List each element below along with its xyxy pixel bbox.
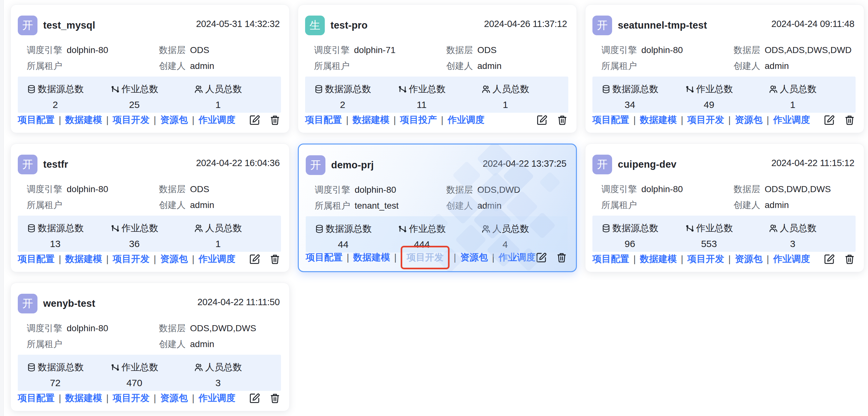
trash-icon[interactable]: [269, 253, 281, 265]
action-link[interactable]: 数据建模: [353, 114, 390, 126]
database-icon: [601, 224, 611, 233]
created-timestamp: 2024-05-31 14:32:32: [196, 19, 280, 29]
action-link[interactable]: 项目配置: [18, 253, 55, 265]
action-link[interactable]: 数据建模: [640, 114, 677, 126]
action-link[interactable]: 作业调度: [198, 392, 235, 405]
action-bar: 项目配置|数据建模|项目开发|资源包|作业调度: [592, 253, 856, 265]
action-link[interactable]: 作业调度: [198, 114, 235, 126]
action-link[interactable]: 数据建模: [640, 253, 677, 265]
action-separator: |: [59, 254, 61, 265]
action-link[interactable]: 项目配置: [18, 114, 55, 126]
field-value-engine: dolphin-80: [641, 45, 683, 55]
edit-icon[interactable]: [536, 114, 548, 126]
field-value-data-layer: ODS: [190, 184, 210, 194]
field-label-engine: 调度引擎: [27, 184, 62, 194]
project-card[interactable]: 生 test-pro 2024-04-26 11:37:12 调度引擎dolph…: [298, 4, 577, 133]
stat-jobs: 作业总数 36: [111, 222, 194, 249]
created-timestamp: 2024-04-24 09:11:48: [772, 19, 854, 29]
project-name: cuipeng-dev: [618, 159, 677, 170]
edit-icon[interactable]: [249, 114, 261, 126]
project-card[interactable]: 开 wenyb-test 2024-04-22 11:11:50 调度引擎dol…: [10, 283, 289, 411]
stat-members: 人员总数 1: [769, 83, 852, 110]
stat-value-datasource: 72: [27, 378, 84, 388]
field-label-data-layer: 数据层: [446, 45, 473, 55]
action-link[interactable]: 资源包: [460, 251, 488, 264]
action-link[interactable]: 项目投产: [400, 114, 437, 126]
action-link[interactable]: 资源包: [735, 253, 763, 265]
field-data-layer: 数据层ODS,ADS,DWS,DWD: [734, 46, 856, 55]
stat-value-jobs: 553: [685, 238, 733, 249]
trash-icon[interactable]: [843, 114, 856, 126]
trash-icon[interactable]: [843, 253, 856, 265]
action-link[interactable]: 作业调度: [448, 114, 485, 126]
field-value-tenant: tenant_test: [354, 201, 399, 211]
action-separator: |: [454, 252, 456, 263]
action-link[interactable]: 资源包: [735, 114, 763, 126]
action-link[interactable]: 项目配置: [592, 253, 629, 265]
field-label-tenant: 所属租户: [315, 201, 350, 211]
field-value-engine: dolphin-80: [67, 184, 108, 194]
project-info: 调度引擎dolphin-80 数据层ODS,ADS,DWS,DWD 所属租户 创…: [592, 46, 856, 71]
trash-icon[interactable]: [556, 251, 568, 264]
field-value-creator: admin: [190, 61, 214, 71]
action-link[interactable]: 项目配置: [18, 392, 55, 405]
project-name: test-pro: [331, 20, 368, 31]
action-link[interactable]: 数据建模: [65, 253, 102, 265]
action-link[interactable]: 数据建模: [65, 392, 102, 405]
content-left-edge: [0, 0, 4, 416]
stat-members: 人员总数 1: [194, 83, 278, 110]
action-link[interactable]: 作业调度: [773, 114, 810, 126]
action-link[interactable]: 项目开发: [113, 392, 150, 405]
edit-icon[interactable]: [823, 253, 835, 265]
action-link[interactable]: 资源包: [160, 253, 188, 265]
trash-icon[interactable]: [556, 114, 568, 126]
edit-icon[interactable]: [823, 114, 835, 126]
edit-icon[interactable]: [535, 251, 547, 264]
edit-icon[interactable]: [249, 253, 261, 265]
project-card[interactable]: 开 demo-prj 2024-04-22 13:37:25 调度引擎dolph…: [298, 144, 577, 272]
action-separator: |: [59, 393, 61, 404]
action-link[interactable]: 作业调度: [773, 253, 810, 265]
action-link[interactable]: 资源包: [160, 114, 188, 126]
action-link[interactable]: 作业调度: [498, 251, 535, 264]
stat-value-datasource: 2: [27, 99, 84, 110]
action-separator: |: [441, 115, 443, 125]
field-value-data-layer: ODS,ADS,DWS,DWD: [765, 45, 852, 55]
trash-icon[interactable]: [269, 392, 281, 404]
stats-panel: 数据源总数 2 作业总数 25: [18, 77, 281, 113]
field-label-creator: 创建人: [159, 61, 186, 71]
created-timestamp: 2024-04-22 11:15:12: [772, 158, 854, 168]
project-card[interactable]: 开 testfr 2024-04-22 16:04:36 调度引擎dolphin…: [10, 144, 289, 272]
stat-datasource: 数据源总数 13: [27, 222, 111, 249]
action-link[interactable]: 项目开发: [113, 114, 150, 126]
users-icon: [194, 224, 204, 233]
project-card[interactable]: 开 cuipeng-dev 2024-04-22 11:15:12 调度引擎do…: [585, 144, 864, 272]
trash-icon[interactable]: [269, 114, 281, 126]
action-link[interactable]: 项目开发: [407, 252, 443, 262]
action-link[interactable]: 资源包: [160, 392, 188, 405]
field-data-layer: 数据层ODS: [446, 46, 568, 55]
stat-value-members: 1: [194, 99, 242, 110]
action-link[interactable]: 项目开发: [113, 253, 150, 265]
action-link[interactable]: 项目配置: [592, 114, 629, 126]
action-link[interactable]: 项目开发: [687, 253, 724, 265]
edit-icon[interactable]: [249, 392, 261, 404]
stat-members: 人员总数 3: [769, 222, 852, 249]
action-link[interactable]: 数据建模: [65, 114, 102, 126]
stat-label-members: 人员总数: [205, 83, 242, 96]
stat-value-members: 1: [194, 238, 242, 249]
action-link[interactable]: 作业调度: [198, 253, 235, 265]
project-info: 调度引擎dolphin-80 数据层ODS 所属租户 创建人admin: [18, 46, 281, 71]
action-separator: |: [59, 115, 61, 125]
field-creator: 创建人admin: [159, 200, 281, 210]
stat-label-jobs: 作业总数: [122, 361, 158, 374]
action-link[interactable]: 项目开发: [687, 114, 724, 126]
project-card[interactable]: 开 test_mysql 2024-05-31 14:32:32 调度引擎dol…: [10, 4, 289, 133]
project-card[interactable]: 开 seatunnel-tmp-test 2024-04-24 09:11:48…: [585, 4, 864, 133]
field-value-data-layer: ODS,DWD,DWS: [190, 323, 256, 333]
action-link[interactable]: 项目配置: [305, 114, 342, 126]
field-label-tenant: 所属租户: [601, 200, 637, 210]
action-link[interactable]: 数据建模: [353, 251, 390, 264]
action-link[interactable]: 项目配置: [306, 251, 343, 264]
users-icon: [194, 85, 204, 94]
